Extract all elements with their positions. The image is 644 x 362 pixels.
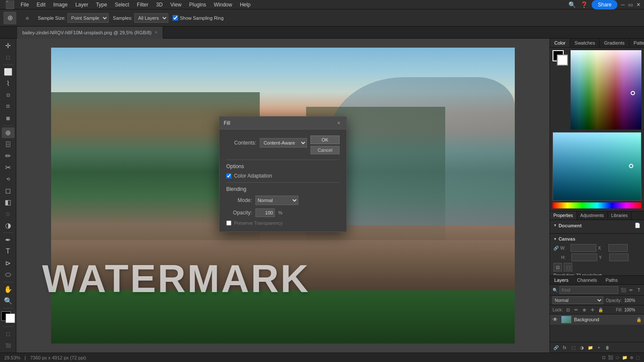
mode-select[interactable]: Normal: [255, 196, 298, 205]
document-tab-close[interactable]: ×: [155, 30, 158, 35]
lasso-tool[interactable]: ⌇: [2, 78, 15, 89]
pen-tool[interactable]: ✒: [2, 235, 15, 245]
ok-button[interactable]: OK: [310, 136, 340, 144]
width-input[interactable]: [571, 244, 596, 252]
layer-blend-mode-select[interactable]: Normal: [553, 296, 603, 304]
menu-layer[interactable]: Layer: [72, 1, 91, 9]
layer-link-icon[interactable]: 🔗: [553, 344, 559, 351]
samples-select[interactable]: All Layers: [134, 13, 168, 23]
properties-tab[interactable]: Properties: [550, 211, 577, 220]
channels-tab[interactable]: Channels: [573, 276, 601, 284]
layer-visibility-icon[interactable]: 👁: [553, 317, 559, 323]
canvas-size-btn[interactable]: ⬚: [564, 263, 572, 272]
libraries-tab[interactable]: Libraries: [608, 211, 632, 220]
share-button[interactable]: Share: [592, 0, 617, 9]
layer-add-icon[interactable]: +: [595, 344, 602, 351]
menu-plugins[interactable]: Plugins: [186, 1, 210, 9]
object-select-tool[interactable]: ⊡: [2, 90, 15, 100]
status-bar-icon-2[interactable]: ⬛: [608, 355, 613, 360]
layers-tab[interactable]: Layers: [550, 276, 573, 284]
layers-filter-icon-3[interactable]: T: [635, 287, 642, 293]
sample-size-select[interactable]: Point Sample: [67, 13, 109, 23]
document-tab[interactable]: bailey-zindel-NRQV-h8F10M-unsplash.png @…: [17, 27, 163, 39]
menu-image[interactable]: Image: [50, 1, 71, 9]
window-close-icon[interactable]: ✕: [636, 2, 641, 8]
spot-heal-tool[interactable]: ⌹: [2, 139, 15, 150]
layer-adjustment-icon[interactable]: ◑: [578, 344, 585, 351]
dodge-tool[interactable]: ◑: [2, 220, 15, 231]
hand-tool[interactable]: ✋: [2, 284, 15, 295]
x-input[interactable]: [608, 244, 628, 252]
window-restore-icon[interactable]: ▭: [628, 2, 633, 8]
frame-tool[interactable]: ▦: [2, 113, 15, 124]
gradients-tab[interactable]: Gradients: [600, 39, 629, 47]
status-bar-icon-3[interactable]: ⬭: [616, 355, 620, 360]
show-sampling-ring-group[interactable]: Show Sampling Ring: [173, 15, 224, 21]
lock-artboard-icon[interactable]: ⊕: [581, 306, 588, 313]
fill-dialog-close-button[interactable]: ×: [335, 120, 342, 127]
layer-group-icon[interactable]: 📁: [587, 344, 594, 351]
history-brush-tool[interactable]: ⟲: [2, 174, 15, 184]
lock-paint-icon[interactable]: ✏: [573, 306, 580, 313]
lock-move-icon[interactable]: ✛: [589, 306, 596, 313]
contents-select[interactable]: Content-Aware: [260, 138, 307, 148]
color-adaptation-checkbox[interactable]: [226, 173, 231, 178]
lock-transparent-icon[interactable]: ⊡: [565, 306, 571, 313]
menu-3d[interactable]: 3D: [152, 1, 166, 9]
menu-edit[interactable]: Edit: [33, 1, 49, 9]
layer-fx-icon[interactable]: fx: [561, 344, 568, 351]
eraser-tool[interactable]: ◻: [2, 185, 15, 196]
zoom-tool[interactable]: 🔍: [2, 296, 15, 306]
color-tab[interactable]: Color: [550, 39, 570, 47]
layers-filter-icon-2[interactable]: ✏: [628, 287, 635, 293]
brush-tool[interactable]: ✏: [2, 151, 15, 161]
tool-icon-2[interactable]: ⌾: [21, 12, 33, 24]
eyedropper-tool[interactable]: ⊕: [3, 12, 16, 24]
layers-search-input[interactable]: [559, 286, 618, 294]
color-picker-gradient[interactable]: [553, 132, 641, 201]
height-input[interactable]: [571, 253, 597, 261]
canvas-fit-btn[interactable]: ⊡: [553, 263, 562, 272]
show-sampling-ring-checkbox[interactable]: [173, 15, 178, 21]
layers-filter-icon-1[interactable]: ⬛: [620, 287, 627, 293]
foreground-background-colors[interactable]: [1, 311, 15, 323]
status-bar-icon-4[interactable]: 📁: [622, 355, 627, 360]
patterns-tab[interactable]: Patterns: [629, 39, 644, 47]
blur-tool[interactable]: ◌: [2, 208, 15, 219]
help-icon[interactable]: ❓: [580, 0, 588, 9]
menu-window[interactable]: Window: [210, 1, 236, 9]
menu-file[interactable]: File: [17, 1, 32, 9]
menu-type[interactable]: Type: [92, 1, 110, 9]
color-background[interactable]: [557, 54, 568, 66]
lock-all-icon[interactable]: 🔒: [597, 306, 604, 313]
color-spectrum[interactable]: [571, 50, 641, 130]
menu-view[interactable]: View: [167, 1, 185, 9]
menu-filter[interactable]: Filter: [134, 1, 152, 9]
layer-mask-icon[interactable]: ⬚: [570, 344, 577, 351]
window-minimize-icon[interactable]: ─: [621, 2, 625, 8]
status-bar-icon-6[interactable]: ⬚: [636, 355, 640, 360]
move-tool[interactable]: ✛: [2, 40, 15, 51]
eyedropper-tool-sidebar[interactable]: ⊕: [2, 127, 15, 138]
artboard-tool[interactable]: ⬚: [2, 52, 15, 63]
status-bar-icon-1[interactable]: ⊡: [602, 355, 605, 360]
clone-tool[interactable]: ✂: [2, 162, 15, 173]
canvas-area[interactable]: WATERMARK Fill × Contents:: [16, 39, 550, 353]
adjustments-tab[interactable]: Adjustments: [577, 211, 608, 220]
paths-tab[interactable]: Paths: [601, 276, 622, 284]
crop-tool[interactable]: ⌗: [2, 101, 15, 112]
path-select-tool[interactable]: ⊳: [2, 258, 15, 268]
shape-tool[interactable]: ⬭: [2, 269, 15, 280]
y-input[interactable]: [609, 253, 629, 261]
quick-mask-tool[interactable]: ⬚: [2, 329, 15, 339]
preserve-transparency-checkbox[interactable]: [226, 220, 231, 226]
menu-help[interactable]: Help: [237, 1, 254, 9]
search-icon[interactable]: 🔍: [568, 0, 576, 9]
type-tool[interactable]: T: [2, 246, 15, 257]
menu-select[interactable]: Select: [111, 1, 132, 9]
gradient-tool[interactable]: ◧: [2, 197, 15, 208]
marquee-tool[interactable]: ⬜: [2, 66, 15, 77]
layer-delete-icon[interactable]: 🗑: [604, 344, 611, 351]
opacity-input[interactable]: [255, 208, 275, 217]
hue-slider[interactable]: [553, 202, 641, 208]
